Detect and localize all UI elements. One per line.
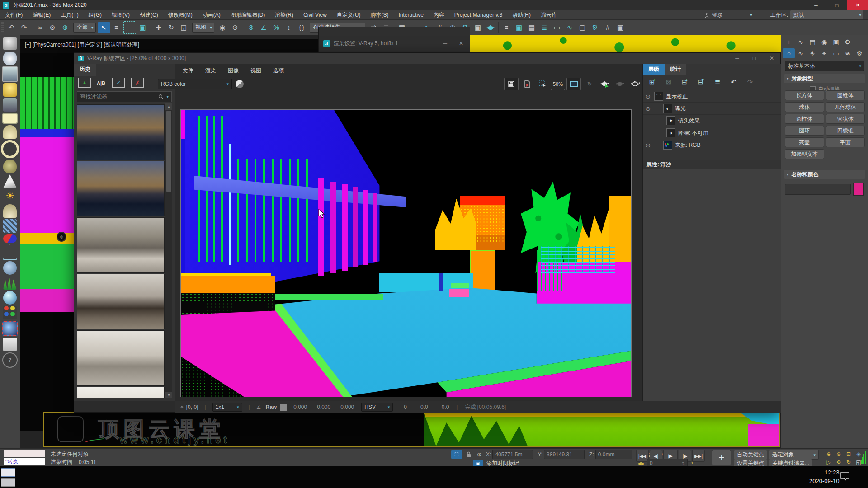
history-thumbnail-4[interactable]: [77, 274, 165, 329]
help-icon[interactable]: ?: [2, 352, 18, 368]
cloud-puff-icon[interactable]: [3, 261, 17, 275]
vfb-menu-render[interactable]: 渲染: [205, 67, 216, 75]
scale-icon[interactable]: ◱: [178, 22, 190, 33]
history-thumbnail-1[interactable]: [77, 104, 165, 160]
layer-row-exposure[interactable]: ⊙ ◐ 曝光: [643, 103, 781, 115]
stats-tab[interactable]: 统计: [665, 64, 686, 75]
scroll-down-icon[interactable]: ▼: [165, 392, 172, 398]
history-remove-icon[interactable]: ✗: [131, 78, 144, 88]
bind-spacewarp-icon[interactable]: ⊕: [59, 22, 71, 33]
cameras-category-tab[interactable]: ⌖: [818, 48, 830, 58]
toolbar-drag-handle[interactable]: [1, 22, 4, 33]
viewport-label[interactable]: [+] [PhysCamera001] [用户定义] [默认明暗处理]: [25, 41, 139, 49]
viewport-bottom-strip[interactable]: 顶图云课堂 www.cndtjy.net: [43, 412, 780, 447]
x-coordinate-field[interactable]: 405771.5m: [492, 450, 533, 459]
object-name-input[interactable]: [785, 184, 851, 195]
primitive-category-dropdown[interactable]: 标准基本体▾: [785, 61, 864, 71]
name-color-rollout[interactable]: ▾ 名称和颜色: [784, 170, 865, 179]
region-select-icon[interactable]: [123, 21, 136, 34]
redo-icon[interactable]: ↷: [18, 22, 30, 33]
render-image[interactable]: [180, 109, 632, 397]
menu-customize[interactable]: 自定义(U): [332, 10, 366, 20]
capsule-icon[interactable]: [3, 234, 17, 243]
taskbar-button-bottom[interactable]: [1, 478, 15, 487]
maximize-button[interactable]: □: [826, 0, 847, 10]
toolbar-extra-9-icon[interactable]: #: [602, 22, 613, 33]
close-button[interactable]: ✕: [847, 0, 868, 10]
z-coordinate-field[interactable]: 0.0mm: [595, 450, 632, 459]
geometry-category-tab[interactable]: ○: [783, 48, 795, 58]
plane-light-icon[interactable]: [2, 113, 18, 124]
rotate-icon[interactable]: ↻: [165, 22, 177, 33]
use-center-icon[interactable]: ◉: [217, 22, 228, 33]
scroll-thumb[interactable]: [166, 111, 171, 192]
camera-rig-icon[interactable]: [2, 244, 18, 260]
menu-animation[interactable]: 动画(A): [198, 10, 226, 20]
region-render-icon[interactable]: [536, 78, 549, 90]
menu-scripting[interactable]: 脚本(S): [365, 10, 393, 20]
history-filter-input[interactable]: 查找过滤器 ▾: [77, 91, 172, 102]
menu-file[interactable]: 文件(F): [0, 10, 28, 20]
modify-tab[interactable]: ∿: [795, 37, 807, 47]
ref-coord-dropdown[interactable]: 视图▾: [192, 23, 215, 33]
vfb-maximize-icon[interactable]: □: [753, 55, 756, 61]
select-link-icon[interactable]: ∞: [34, 22, 46, 33]
zoom-50-button[interactable]: 50%: [551, 78, 565, 90]
angle-snap-icon[interactable]: ∠: [258, 22, 269, 33]
plane-button[interactable]: 平面: [826, 137, 865, 147]
toolbar-extra-6-icon[interactable]: ∿: [564, 22, 576, 33]
history-save-icon[interactable]: +: [78, 78, 91, 88]
select-object-icon[interactable]: ↖: [98, 22, 110, 33]
sphere-icon[interactable]: [3, 291, 17, 305]
torus-button[interactable]: 圆环: [785, 126, 824, 136]
history-compare-icon[interactable]: A|B: [97, 80, 105, 86]
add-layer-icon[interactable]: ⊞+: [646, 77, 659, 88]
object-type-rollout[interactable]: ▾ 对象类型: [784, 74, 865, 83]
notification-icon[interactable]: [840, 472, 850, 481]
helpers-category-tab[interactable]: ▭: [830, 48, 842, 58]
hsv-dropdown[interactable]: HSV▾: [361, 403, 393, 412]
pyramid-button[interactable]: 四棱锥: [826, 126, 865, 136]
shapes-category-tab[interactable]: ∿: [795, 48, 807, 58]
visibility-eye-icon[interactable]: ⊙: [646, 142, 651, 149]
layer-row-display-correction[interactable]: ⊙ ⌒ 显示校正: [643, 90, 781, 103]
fov-icon[interactable]: ▷: [824, 458, 834, 466]
window-crossing-icon[interactable]: ▣: [137, 22, 149, 33]
menu-group[interactable]: 组(G): [84, 10, 107, 20]
time-tag-icon[interactable]: ▣: [473, 460, 483, 467]
vfb-minimize-icon[interactable]: ─: [735, 55, 739, 61]
menu-graph-editors[interactable]: 图形编辑器(D): [226, 10, 270, 20]
geosphere-button[interactable]: 几何球体: [826, 102, 865, 112]
teapot-icon[interactable]: [3, 37, 17, 50]
filter-caret-icon[interactable]: ▾: [166, 94, 169, 99]
sphere-button[interactable]: 球体: [785, 102, 824, 112]
lock-selection-icon[interactable]: [466, 451, 472, 458]
history-scrollbar[interactable]: ▲ ▼: [165, 103, 172, 398]
selection-filter-dropdown[interactable]: 全部▾: [73, 23, 96, 33]
history-tab[interactable]: 历史: [74, 64, 96, 76]
minimize-button[interactable]: ─: [806, 0, 826, 10]
percent-snap-icon[interactable]: %: [270, 22, 282, 33]
taskbar-button-top[interactable]: [1, 468, 15, 477]
time-config-icon[interactable]: ◔: [690, 460, 693, 466]
toolbar-extra-5-icon[interactable]: ▭: [551, 22, 563, 33]
keyboard-icon[interactable]: [3, 219, 17, 233]
toolbar-extra-3-icon[interactable]: ▤: [526, 22, 538, 33]
maxscript-listener[interactable]: "转换: [4, 458, 45, 465]
load-layers-icon[interactable]: ⊟▼: [694, 77, 708, 88]
macro-recorder[interactable]: [4, 450, 45, 457]
cloud-icon[interactable]: [3, 52, 17, 65]
save-layers-icon[interactable]: ⊟▲: [678, 77, 692, 88]
layer-undo-icon[interactable]: ↶: [727, 77, 741, 88]
spinner-snap-icon[interactable]: ↕: [283, 22, 295, 33]
hierarchy-tab[interactable]: ▤: [807, 37, 818, 47]
zoom-all-icon[interactable]: ⊛: [834, 450, 844, 458]
object-color-swatch[interactable]: [853, 183, 864, 196]
box-button[interactable]: 长方体: [785, 90, 824, 100]
select-manipulate-icon[interactable]: ⊙: [229, 22, 241, 33]
menu-edit[interactable]: 编辑(E): [28, 10, 56, 20]
edit-named-selection-icon[interactable]: { }: [296, 22, 307, 33]
add-time-tag[interactable]: 添加时间标记: [486, 460, 519, 467]
camera-gizmo-icon[interactable]: ⊕: [57, 232, 66, 242]
visibility-eye-icon[interactable]: ⊙: [646, 105, 651, 112]
